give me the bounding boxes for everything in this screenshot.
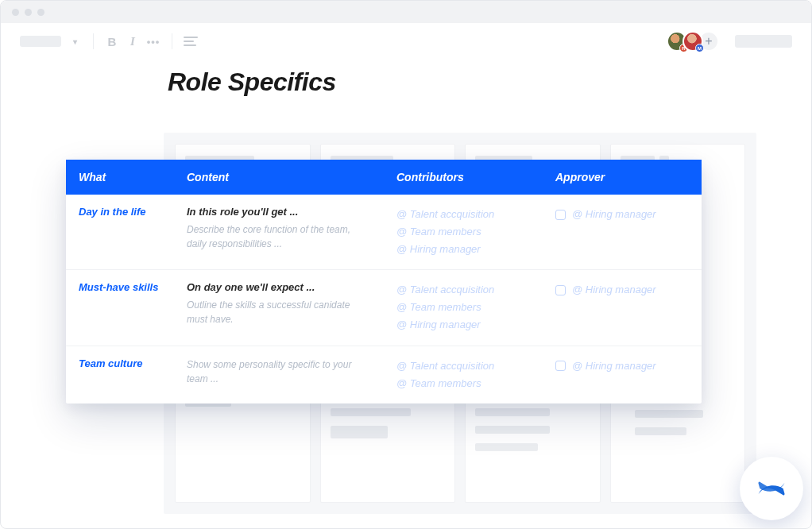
- table-row: Team culture Show some personality speci…: [66, 346, 702, 404]
- content-description: Describe the core function of the team, …: [187, 222, 371, 251]
- content-cell[interactable]: In this role you'll get ... Describe the…: [174, 195, 384, 269]
- confluence-logo-badge[interactable]: [740, 457, 803, 520]
- mention[interactable]: @ Hiring manager: [396, 316, 530, 334]
- approver-checkbox[interactable]: [555, 210, 566, 220]
- mention[interactable]: @ Talent accquisition: [396, 206, 530, 223]
- chevron-down-icon[interactable]: ▾: [68, 37, 82, 46]
- avatar[interactable]: M: [682, 31, 703, 52]
- contributors-cell[interactable]: @ Talent accquisition @ Team members @ H…: [384, 195, 543, 269]
- what-cell[interactable]: Must-have skills: [66, 270, 174, 345]
- what-cell[interactable]: Team culture: [66, 346, 174, 404]
- table-header-content: Content: [174, 160, 384, 195]
- bold-button[interactable]: B: [105, 35, 119, 48]
- table-row: Must-have skills On day one we'll expect…: [66, 270, 702, 346]
- role-specifics-table: What Content Contributors Approver Day i…: [66, 160, 702, 404]
- mention[interactable]: @ Hiring manager: [572, 357, 656, 375]
- table-header-row: What Content Contributors Approver: [66, 160, 702, 195]
- table-body: Day in the life In this role you'll get …: [66, 195, 702, 404]
- browser-titlebar: [1, 1, 811, 23]
- avatar-badge: M: [695, 44, 704, 52]
- window-close-dot[interactable]: [12, 9, 19, 16]
- table-header-approver: Approver: [543, 160, 702, 195]
- style-dropdown[interactable]: [20, 36, 61, 47]
- window-minimize-dot[interactable]: [25, 9, 32, 16]
- mention[interactable]: @ Talent accquisition: [396, 357, 530, 375]
- mention[interactable]: @ Hiring manager: [396, 241, 530, 258]
- content-cell[interactable]: Show some personality specific to your t…: [174, 346, 384, 404]
- more-formatting-button[interactable]: •••: [146, 36, 160, 48]
- toolbar-right-group: R M +: [671, 31, 792, 52]
- mention[interactable]: @ Team members: [396, 375, 530, 392]
- mention[interactable]: @ Hiring manager: [572, 206, 656, 223]
- toolbar-divider: [172, 33, 172, 49]
- browser-window: ▾ B I ••• R M +: [0, 0, 812, 529]
- toolbar-divider: [93, 33, 94, 49]
- contributors-cell[interactable]: @ Talent accquisition @ Team members: [384, 346, 543, 404]
- toolbar-left-group: ▾ B I •••: [20, 33, 199, 49]
- window-maximize-dot[interactable]: [37, 9, 44, 16]
- content-cell[interactable]: On day one we'll expect ... Outline the …: [174, 270, 384, 345]
- mention[interactable]: @ Team members: [396, 299, 530, 316]
- collaborator-avatars: R M +: [671, 31, 719, 52]
- mention[interactable]: @ Team members: [396, 223, 530, 241]
- content-title: On day one we'll expect ...: [187, 281, 371, 293]
- approver-checkbox[interactable]: [555, 361, 566, 371]
- action-button-placeholder[interactable]: [735, 35, 792, 48]
- table-header-contributors: Contributors: [384, 160, 543, 195]
- mention[interactable]: @ Hiring manager: [572, 281, 656, 299]
- content-description: Show some personality specific to your t…: [187, 357, 371, 386]
- content-title: In this role you'll get ...: [187, 206, 371, 218]
- italic-button[interactable]: I: [126, 35, 140, 48]
- confluence-icon: [754, 471, 789, 506]
- table-row: Day in the life In this role you'll get …: [66, 195, 702, 270]
- content-description: Outline the skills a successful canidate…: [187, 298, 371, 326]
- approver-checkbox[interactable]: [555, 285, 566, 295]
- align-button[interactable]: [184, 37, 199, 46]
- mention[interactable]: @ Talent accquisition: [396, 281, 530, 299]
- page-content: Role Specifics: [1, 60, 811, 97]
- approver-cell[interactable]: @ Hiring manager: [543, 195, 702, 269]
- what-cell[interactable]: Day in the life: [66, 195, 174, 269]
- editor-toolbar: ▾ B I ••• R M +: [1, 23, 811, 60]
- table-header-what: What: [66, 160, 174, 195]
- page-title: Role Specifics: [168, 68, 779, 97]
- contributors-cell[interactable]: @ Talent accquisition @ Team members @ H…: [384, 270, 543, 345]
- approver-cell[interactable]: @ Hiring manager: [543, 346, 702, 404]
- approver-cell[interactable]: @ Hiring manager: [543, 270, 702, 345]
